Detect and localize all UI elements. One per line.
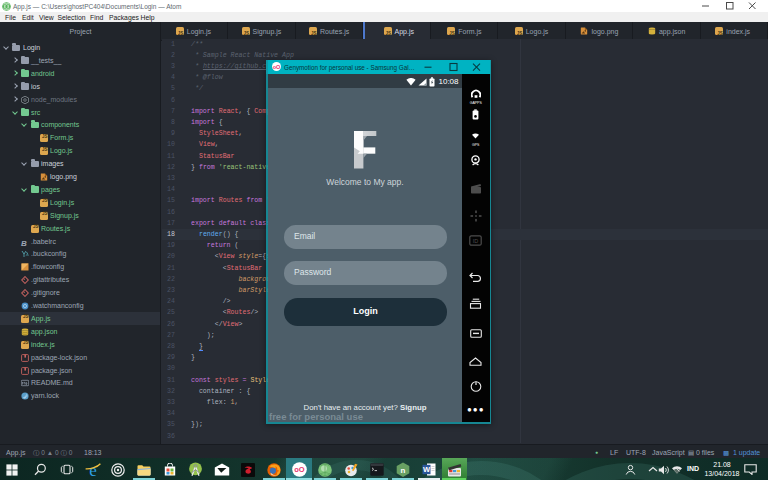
svg-text:oO: oO xyxy=(294,465,305,474)
svg-text:W: W xyxy=(423,465,431,474)
svg-text:n: n xyxy=(400,466,405,475)
svg-text:e: e xyxy=(89,462,97,477)
